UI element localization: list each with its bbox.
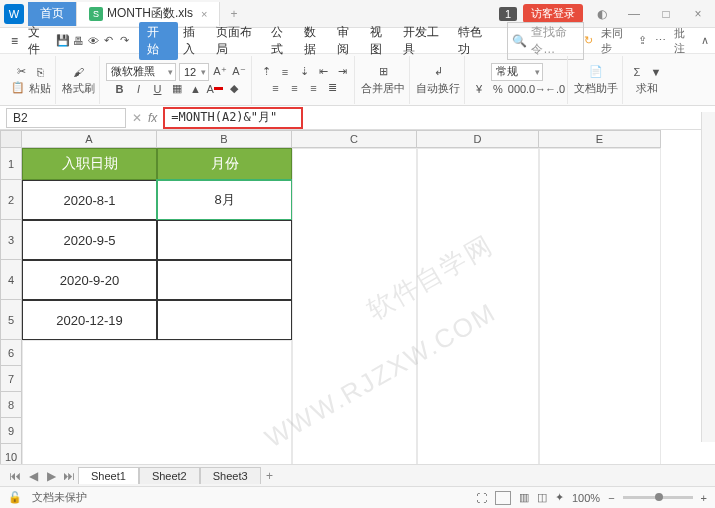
align-top-icon[interactable]: ⇡ [258, 64, 274, 80]
row-header-9[interactable]: 9 [0, 418, 22, 444]
font-name-dropdown[interactable]: 微软雅黑 [106, 63, 176, 81]
tab-special[interactable]: 特色功 [453, 24, 497, 58]
indent-right-icon[interactable]: ⇥ [334, 64, 350, 80]
minimize-icon[interactable]: — [621, 4, 647, 24]
paste-icon[interactable]: 📋 [10, 80, 26, 96]
close-window-icon[interactable]: × [685, 4, 711, 24]
font-color-icon[interactable]: A [207, 81, 223, 97]
row-header-3[interactable]: 3 [0, 220, 22, 260]
col-header-b[interactable]: B [157, 130, 292, 148]
underline-icon[interactable]: U [150, 81, 166, 97]
cell-a2[interactable]: 2020-8-1 [22, 180, 157, 220]
maximize-icon[interactable]: □ [653, 4, 679, 24]
save-icon[interactable]: 💾 [56, 33, 71, 49]
skin-icon[interactable]: ◐ [589, 4, 615, 24]
decimal-dec-icon[interactable]: ←.0 [547, 81, 563, 97]
share-icon[interactable]: ⇪ [638, 34, 647, 47]
col-header-a[interactable]: A [22, 130, 157, 148]
wrap-icon[interactable]: ↲ [430, 64, 446, 80]
view-normal-icon[interactable] [495, 491, 511, 505]
cell-a3[interactable]: 2020-9-5 [22, 220, 157, 260]
new-tab-button[interactable]: + [220, 7, 247, 21]
align-center-icon[interactable]: ≡ [287, 80, 303, 96]
tab-devtools[interactable]: 开发工具 [398, 24, 454, 58]
name-box[interactable]: B2 [6, 108, 126, 128]
tab-view[interactable]: 视图 [365, 24, 398, 58]
vertical-scrollbar[interactable] [701, 112, 715, 442]
sum-icon[interactable]: Σ [629, 64, 645, 80]
font-size-dropdown[interactable]: 12 [179, 63, 209, 81]
sheet-nav-next-icon[interactable]: ▶ [42, 469, 60, 483]
redo-icon[interactable]: ↷ [117, 33, 132, 49]
row-header-4[interactable]: 4 [0, 260, 22, 300]
cell-c-empty[interactable] [292, 148, 417, 470]
protect-icon[interactable]: 🔓 [8, 491, 22, 504]
sheet-tab-2[interactable]: Sheet2 [139, 467, 200, 484]
print-icon[interactable]: 🖶 [71, 33, 86, 49]
collapse-ribbon-icon[interactable]: ∧ [701, 34, 709, 47]
cell-a5[interactable]: 2020-12-19 [22, 300, 157, 340]
cut-icon[interactable]: ✂ [13, 64, 29, 80]
home-tab[interactable]: 首页 [28, 2, 77, 26]
format-painter-icon[interactable]: 🖌 [71, 64, 87, 80]
row-header-1[interactable]: 1 [0, 148, 22, 180]
bold-icon[interactable]: B [112, 81, 128, 97]
view-page-icon[interactable]: ▥ [519, 491, 529, 504]
cell-a4[interactable]: 2020-9-20 [22, 260, 157, 300]
batch-label[interactable]: 批注 [674, 26, 693, 56]
undo-icon[interactable]: ↶ [101, 33, 116, 49]
cell-b2[interactable]: 8月 [157, 180, 292, 220]
preview-icon[interactable]: 👁 [86, 33, 101, 49]
indent-left-icon[interactable]: ⇤ [315, 64, 331, 80]
guest-login-button[interactable]: 访客登录 [523, 4, 583, 23]
sync-icon[interactable]: ↻ [584, 34, 593, 47]
select-all-corner[interactable] [0, 130, 22, 148]
add-sheet-button[interactable]: + [261, 469, 279, 483]
row-header-7[interactable]: 7 [0, 366, 22, 392]
filter-icon[interactable]: ▼ [648, 64, 664, 80]
col-header-d[interactable]: D [417, 130, 539, 148]
doc-helper-icon[interactable]: 📄 [588, 64, 604, 80]
comma-icon[interactable]: 000 [509, 81, 525, 97]
justify-icon[interactable]: ≣ [325, 80, 341, 96]
cell-b4[interactable] [157, 260, 292, 300]
align-bottom-icon[interactable]: ⇣ [296, 64, 312, 80]
align-middle-icon[interactable]: ≡ [277, 64, 293, 80]
border-icon[interactable]: ▦ [169, 81, 185, 97]
merge-icon[interactable]: ⊞ [375, 64, 391, 80]
tab-data[interactable]: 数据 [299, 24, 332, 58]
percent-icon[interactable]: % [490, 81, 506, 97]
fullscreen-icon[interactable]: ⛶ [476, 492, 487, 504]
cell-b5[interactable] [157, 300, 292, 340]
tab-start[interactable]: 开始 [139, 22, 178, 60]
decrease-font-icon[interactable]: A⁻ [231, 64, 247, 80]
zoom-out-icon[interactable]: − [608, 492, 614, 504]
cell-b3[interactable] [157, 220, 292, 260]
cell-d-empty[interactable] [417, 148, 539, 470]
tab-pagelayout[interactable]: 页面布局 [211, 24, 267, 58]
number-format-dropdown[interactable]: 常规 [491, 63, 543, 81]
more-icon[interactable]: ⋯ [655, 34, 666, 47]
cell-a1[interactable]: 入职日期 [22, 148, 157, 180]
menu-hamburger-icon[interactable]: ≡ [6, 34, 23, 48]
read-mode-icon[interactable]: ✦ [555, 491, 564, 504]
command-search[interactable]: 🔍 查找命令… [507, 22, 583, 60]
tab-formula[interactable]: 公式 [266, 24, 299, 58]
row-header-8[interactable]: 8 [0, 392, 22, 418]
row-header-2[interactable]: 2 [0, 180, 22, 220]
copy-icon[interactable]: ⎘ [32, 64, 48, 80]
view-custom-icon[interactable]: ◫ [537, 491, 547, 504]
notification-badge[interactable]: 1 [499, 7, 517, 21]
formula-input[interactable]: =MONTH(A2)&"月" [163, 107, 303, 129]
currency-icon[interactable]: ¥ [471, 81, 487, 97]
col-header-c[interactable]: C [292, 130, 417, 148]
col-header-e[interactable]: E [539, 130, 661, 148]
row-header-6[interactable]: 6 [0, 340, 22, 366]
sheet-tab-3[interactable]: Sheet3 [200, 467, 261, 484]
sheet-tab-1[interactable]: Sheet1 [78, 467, 139, 484]
file-menu[interactable]: 文件 [23, 24, 56, 58]
align-left-icon[interactable]: ≡ [268, 80, 284, 96]
align-right-icon[interactable]: ≡ [306, 80, 322, 96]
sheet-nav-first-icon[interactable]: ⏮ [6, 469, 24, 483]
zoom-slider[interactable] [623, 496, 693, 499]
